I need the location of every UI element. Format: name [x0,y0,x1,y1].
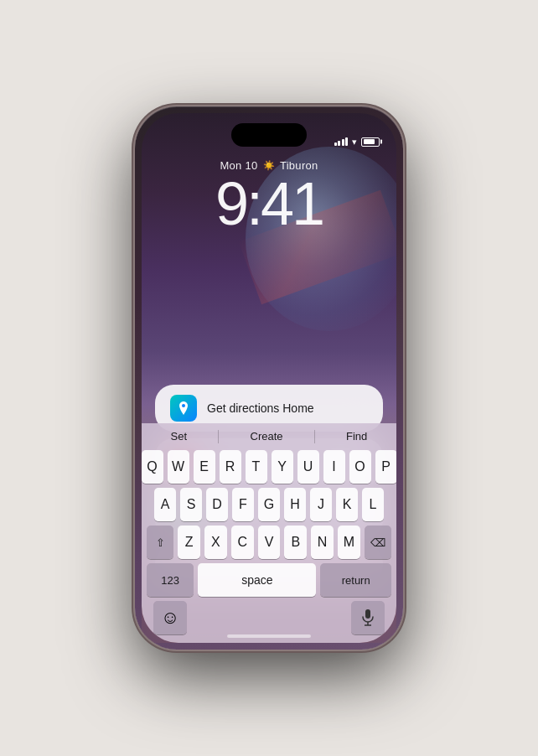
keyboard-row-4: 123 space return [147,563,391,597]
svg-point-0 [182,404,185,407]
key-c[interactable]: C [231,526,254,559]
key-a[interactable]: A [154,488,176,521]
kb-suggestion-find[interactable]: Find [346,430,367,443]
key-u[interactable]: U [297,450,319,484]
keyboard-row-2: A S D F G H J K L [147,488,391,521]
key-d[interactable]: D [206,488,228,521]
emoji-key[interactable]: ☺ [153,601,187,634]
clock-area: Mon 10 ☀️ Tiburon 9:41 [142,159,396,234]
key-e[interactable]: E [194,450,215,484]
mic-icon [360,608,375,627]
key-h[interactable]: H [284,488,306,521]
delete-key[interactable]: ⌫ [365,526,391,559]
signal-icon [334,137,349,146]
maps-icon [170,395,197,422]
return-key[interactable]: return [320,563,391,597]
kb-suggestion-set[interactable]: Set [171,430,188,443]
key-s[interactable]: S [180,488,202,521]
home-indicator[interactable] [227,634,311,638]
key-x[interactable]: X [204,526,227,559]
keyboard-row-1: Q W E R T Y U I O P [147,450,391,484]
keyboard-suggestions-bar: Set Create Find [147,430,391,443]
key-g[interactable]: G [258,488,280,521]
key-q[interactable]: Q [142,450,163,484]
clock-time: 9:41 [142,173,396,234]
status-right-icons: ▾ [334,137,380,148]
kb-divider-2 [314,430,315,443]
suggestion-directions-text: Get directions Home [207,401,314,415]
mic-key[interactable] [351,601,385,634]
shift-key[interactable]: ⇧ [147,526,173,559]
keyboard-bottom-row: ☺ [147,601,391,636]
key-i[interactable]: I [323,450,345,484]
key-n[interactable]: N [311,526,334,559]
key-m[interactable]: M [338,526,360,559]
key-l[interactable]: L [362,488,384,521]
keyboard: Set Create Find Q W E R T Y U I O P [142,423,396,643]
key-k[interactable]: K [336,488,358,521]
key-p[interactable]: P [375,450,397,484]
phone-frame: ▾ Mon 10 ☀️ Tiburon 9:41 [135,106,403,650]
key-f[interactable]: F [232,488,254,521]
keyboard-row-3: ⇧ Z X C V B N M ⌫ [147,526,391,559]
key-b[interactable]: B [284,526,307,559]
kb-divider-1 [218,430,219,443]
dynamic-island [231,123,307,147]
space-key[interactable]: space [198,563,316,597]
wifi-icon: ▾ [352,137,357,148]
numbers-key[interactable]: 123 [147,563,194,597]
key-z[interactable]: Z [178,526,200,559]
key-r[interactable]: R [220,450,241,484]
key-j[interactable]: J [310,488,332,521]
key-t[interactable]: T [246,450,267,484]
key-w[interactable]: W [168,450,189,484]
battery-fill [364,139,375,144]
key-y[interactable]: Y [272,450,293,484]
svg-rect-2 [365,609,370,619]
screen: ▾ Mon 10 ☀️ Tiburon 9:41 [142,113,396,643]
key-v[interactable]: V [258,526,281,559]
kb-suggestion-create[interactable]: Create [251,430,283,443]
key-o[interactable]: O [349,450,371,484]
battery-icon [361,137,380,147]
